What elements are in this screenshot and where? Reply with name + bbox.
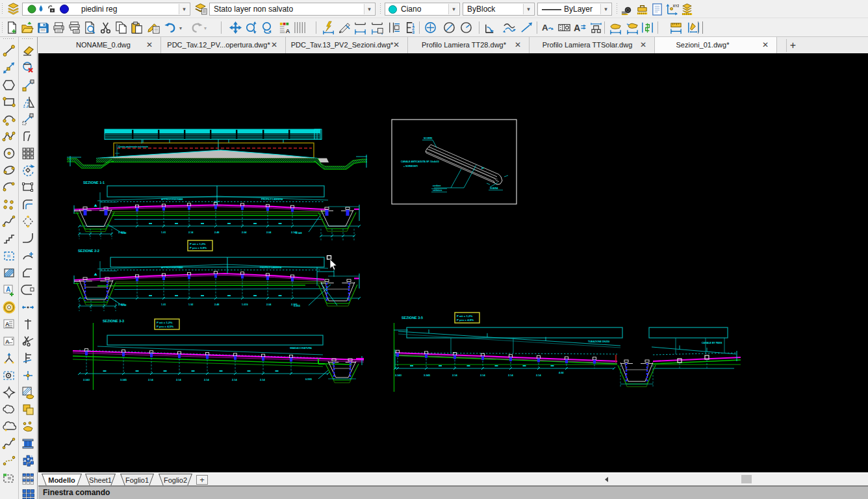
svg-text:APPROVVIGIONAM.: APPROVVIGIONAM.: [161, 198, 183, 201]
svg-text:2.04: 2.04: [266, 231, 272, 234]
svg-text:2.14: 2.14: [176, 378, 182, 381]
svg-text:SCORRI: SCORRI: [424, 137, 432, 140]
svg-text:P att = 1,2%: P att = 1,2%: [190, 242, 206, 246]
svg-text:SEZIONE 3-5: SEZIONE 3-5: [402, 316, 423, 320]
svg-text:P att = 1,2%: P att = 1,2%: [157, 321, 173, 324]
svg-text:2.14: 2.14: [536, 374, 542, 377]
svg-text:2.14: 2.14: [508, 374, 514, 377]
svg-text:P pro = 6,8%: P pro = 6,8%: [190, 246, 207, 250]
svg-text:2.14: 2.14: [260, 378, 266, 381]
svg-text:CANALE BY PASS: CANALE BY PASS: [702, 342, 722, 344]
svg-text:+ SORMONTI: + SORMONTI: [403, 165, 418, 168]
svg-text:SEZIONE 3-3: SEZIONE 3-3: [103, 319, 124, 323]
svg-text:1.019: 1.019: [242, 303, 248, 306]
svg-text:2.343: 2.343: [395, 374, 402, 377]
svg-text:A: A: [542, 23, 548, 32]
svg-text:P pro = 4,5%: P pro = 4,5%: [157, 325, 173, 328]
svg-text:2.04: 2.04: [266, 303, 272, 306]
svg-text:2.14: 2.14: [480, 374, 486, 377]
svg-text:0.595: 0.595: [305, 377, 313, 381]
svg-text:0.98: 0.98: [121, 304, 126, 307]
svg-text:2.14: 2.14: [204, 378, 210, 381]
svg-text:4.64: 4.64: [559, 372, 564, 374]
svg-text:SBADACCHIATURA: SBADACCHIATURA: [290, 347, 312, 350]
svg-text:2.343: 2.343: [83, 378, 90, 381]
svg-text:2.14: 2.14: [148, 378, 154, 381]
svg-text:2.148: 2.148: [296, 232, 302, 235]
svg-text:saldatura: saldatura: [433, 189, 442, 192]
svg-text:A: A: [5, 339, 10, 345]
svg-text:XYZ: XYZ: [672, 4, 679, 8]
svg-text:PROFILO LAMIERA: PROFILO LAMIERA: [260, 266, 282, 269]
svg-text:cordone: cordone: [433, 185, 441, 187]
svg-text:APPROVVIGIONAM.: APPROVVIGIONAM.: [161, 266, 183, 269]
svg-text:Quota pavimento esistente: Quota pavimento esistente: [118, 146, 148, 148]
svg-text:CANALE ANTICADUTA SP. 10x4x10: CANALE ANTICADUTA SP. 10x4x10: [401, 160, 439, 163]
svg-text:2.265: 2.265: [294, 304, 301, 307]
svg-text:3: 3: [412, 30, 415, 34]
svg-text:A: A: [285, 27, 290, 34]
svg-text:P pro = 4,8%: P pro = 4,8%: [457, 318, 474, 322]
svg-text:TUBAZIONE DN250: TUBAZIONE DN250: [588, 340, 609, 343]
svg-text:2.14: 2.14: [188, 231, 194, 234]
svg-text:GUAINA: GUAINA: [490, 187, 498, 190]
svg-text:1.01: 1.01: [161, 303, 166, 306]
svg-text:0.48: 0.48: [121, 232, 126, 235]
svg-text:A: A: [574, 23, 580, 33]
svg-text:3.345: 3.345: [424, 374, 431, 377]
svg-text:3.345: 3.345: [120, 378, 127, 381]
svg-text:PROFILO LAMIERA: PROFILO LAMIERA: [261, 198, 283, 201]
svg-text:P att = 1,2%: P att = 1,2%: [457, 314, 473, 318]
svg-text:2.14: 2.14: [452, 374, 458, 377]
svg-text:45: 45: [481, 167, 484, 170]
svg-text:1.01: 1.01: [161, 231, 166, 234]
svg-text:A: A: [6, 286, 10, 293]
svg-text:SEZIONE 1-1: SEZIONE 1-1: [83, 181, 105, 185]
svg-text:SEZIONE 2-2: SEZIONE 2-2: [78, 249, 99, 253]
svg-text:2.48: 2.48: [214, 231, 219, 234]
svg-text:2.04: 2.04: [242, 231, 247, 234]
svg-text:1.92: 1.92: [188, 303, 193, 306]
svg-text:2.48: 2.48: [214, 303, 219, 306]
svg-text:A: A: [5, 321, 10, 327]
svg-text:2.14: 2.14: [232, 378, 238, 381]
